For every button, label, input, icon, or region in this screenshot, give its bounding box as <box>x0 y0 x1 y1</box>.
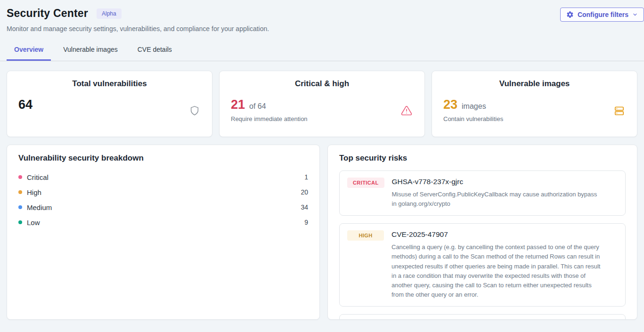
breakdown-row-low: Low 9 <box>18 215 308 230</box>
stat-card-title: Total vulnerabilities <box>18 79 201 89</box>
page-subtitle: Monitor and manage security settings, vu… <box>7 25 637 32</box>
tab-vulnerable-images[interactable]: Vulnerable images <box>56 43 125 61</box>
medium-dot-icon <box>18 205 22 209</box>
warning-triangle-icon <box>401 105 412 118</box>
shield-icon <box>189 105 200 118</box>
tab-bar: Overview Vulnerable images CVE details <box>0 43 644 61</box>
chevron-down-icon <box>632 12 638 17</box>
severity-badge: HIGH <box>347 230 384 241</box>
vulnerable-images-caption: Contain vulnerabilities <box>443 115 626 122</box>
risk-card[interactable]: HIGH CVE-2025-9086 <box>339 314 626 320</box>
risk-description: Cancelling a query (e.g. by cancelling t… <box>391 243 603 300</box>
total-vulnerabilities-value: 64 <box>18 97 33 112</box>
breakdown-row-medium: Medium 34 <box>18 200 308 215</box>
critical-high-value: 21 <box>231 97 245 112</box>
breakdown-label: High <box>27 188 41 196</box>
page-title: Security Center <box>7 7 88 20</box>
high-dot-icon <box>18 190 22 194</box>
breakdown-value: 20 <box>301 188 308 196</box>
stat-cards-row: Total vulnerabilities 64 Critical & high… <box>7 71 637 137</box>
risk-id: GHSA-v778-237x-gjrc <box>392 178 603 186</box>
critical-high-suffix: of 64 <box>249 102 266 111</box>
breakdown-row-critical: Critical 1 <box>18 170 308 185</box>
stat-card-vulnerable-images: Vulnerable images 23 images Contain vuln… <box>432 71 637 137</box>
risk-card[interactable]: HIGH CVE-2025-47907 Cancelling a query (… <box>339 223 626 307</box>
configure-filters-label: Configure filters <box>578 11 628 18</box>
risk-description: Misuse of ServerConfig.PublicKeyCallback… <box>392 190 603 209</box>
breakdown-value: 9 <box>304 219 308 226</box>
alpha-badge: Alpha <box>97 8 122 19</box>
severity-badge: CRITICAL <box>347 178 384 188</box>
top-security-risks-panel: Top security risks CRITICAL GHSA-v778-23… <box>327 145 637 320</box>
configure-filters-button[interactable]: Configure filters <box>560 8 644 22</box>
breakdown-value: 34 <box>301 203 308 211</box>
breakdown-label: Medium <box>27 203 52 211</box>
breakdown-title: Vulnerability security breakdown <box>18 154 308 163</box>
critical-dot-icon <box>18 175 22 179</box>
stat-card-title: Critical & high <box>231 79 413 89</box>
low-dot-icon <box>18 220 22 224</box>
stat-card-total-vulnerabilities: Total vulnerabilities 64 <box>7 71 212 137</box>
stat-card-critical-high: Critical & high 21 of 64 Require immedia… <box>219 71 425 137</box>
gear-icon <box>566 11 574 18</box>
tab-cve-details[interactable]: CVE details <box>130 43 179 61</box>
tab-overview[interactable]: Overview <box>7 43 51 61</box>
risk-id: CVE-2025-47907 <box>391 230 603 239</box>
critical-high-caption: Require immediate attention <box>231 115 413 122</box>
vulnerable-images-value: 23 <box>443 97 457 112</box>
page-header: Security Center Alpha Monitor and manage… <box>0 0 644 32</box>
vulnerability-breakdown-panel: Vulnerability security breakdown Critica… <box>7 145 320 320</box>
stat-card-title: Vulnerable images <box>443 79 626 89</box>
stacked-images-icon <box>614 105 625 119</box>
breakdown-row-high: High 20 <box>18 185 308 200</box>
vulnerable-images-suffix: images <box>462 102 486 111</box>
breakdown-label: Critical <box>27 173 49 181</box>
breakdown-label: Low <box>27 219 40 227</box>
top-risks-title: Top security risks <box>339 154 626 163</box>
breakdown-value: 1 <box>304 173 308 181</box>
risk-card[interactable]: CRITICAL GHSA-v778-237x-gjrc Misuse of S… <box>339 170 626 216</box>
